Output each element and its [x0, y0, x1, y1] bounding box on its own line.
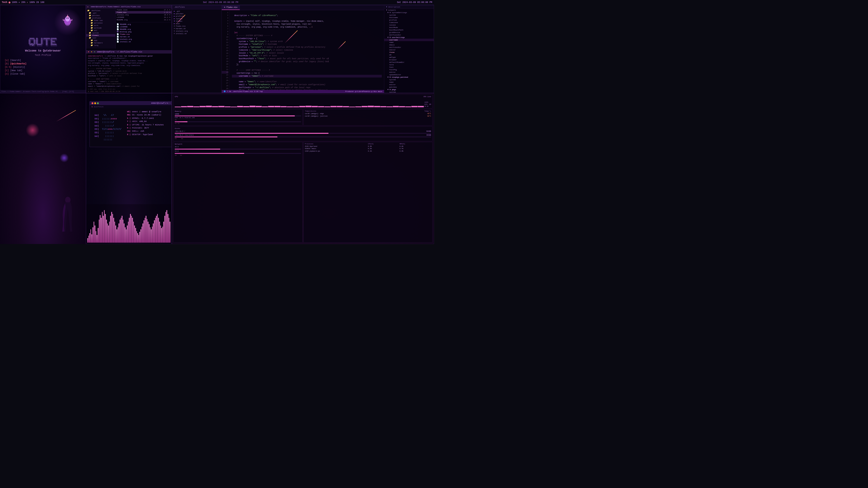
outline-bootmountpath[interactable]: bootMountPath	[384, 29, 434, 31]
file-row-flakelock[interactable]: flake.lock 27.5 K	[116, 8, 172, 11]
viz-bar-13	[101, 218, 102, 243]
outline-font[interactable]: font	[384, 66, 434, 68]
outline-defaultroamdir[interactable]: defaultRoamDir	[384, 61, 434, 64]
tree-profiles-editor[interactable]: ▶ profiles	[172, 15, 221, 18]
outline-editor[interactable]: editor	[384, 48, 434, 51]
net-bar-1	[175, 149, 301, 150]
file-hardensh[interactable]: 📄 harden.sh	[116, 35, 172, 38]
outline-np-patches[interactable]: patches	[384, 86, 434, 88]
tree-git[interactable]: ▶ .git	[172, 10, 221, 12]
tree-item-profiles[interactable]: 📁 profiles	[86, 17, 115, 19]
tree-system-editor[interactable]: ▶ system	[172, 18, 221, 20]
outline-username[interactable]: username	[384, 39, 434, 41]
viz-bar-61	[151, 229, 152, 243]
audio-visualizer-container	[86, 204, 172, 244]
file-row-license[interactable]: LICENSE 34.2 K	[116, 16, 172, 19]
min-button[interactable]	[94, 102, 96, 104]
outline-fontpkg[interactable]: fontPkg	[384, 68, 434, 71]
max-button[interactable]	[97, 102, 99, 104]
editor-content[interactable]: 12345 678910 1112131415 1617181920 21222…	[222, 10, 384, 90]
outline-np-system[interactable]: system	[384, 78, 434, 81]
file-desktoppng[interactable]: 🖼 desktop.png	[116, 31, 172, 33]
tree-patches-editor[interactable]: ▶ patches	[172, 12, 221, 15]
outline-nixpkgspatched[interactable]: ▼ ⊞ nixpkgs-patched	[384, 76, 434, 78]
tree-item-work[interactable]: 📁 work	[86, 24, 115, 27]
outline-wm[interactable]: wm	[384, 54, 434, 56]
tree-item-personal[interactable]: 📁 personal	[86, 22, 115, 24]
code-area[interactable]: description = "Flake of LibrePhoenix"; o…	[230, 10, 384, 90]
cpu-section: CPU CPU line 100% AVG: 13 0% 8	[173, 94, 433, 108]
tree-item-wsl[interactable]: 📁 wsl	[86, 29, 115, 32]
file-row-flakenix[interactable]: flake.nix 2.26 K	[116, 11, 172, 13]
outline-locale[interactable]: locale	[384, 24, 434, 26]
tree-item-worklab[interactable]: 📁 worklab	[86, 27, 115, 29]
close-button[interactable]	[92, 102, 93, 104]
tree-item-git[interactable]: 📁 .git	[86, 12, 115, 14]
outline-term[interactable]: term	[384, 64, 434, 66]
outline-outputs[interactable]: ▼ outputs	[384, 9, 434, 11]
viz-bar-49	[138, 235, 139, 242]
viz-bar-43	[132, 218, 133, 243]
outline-pkgs-system[interactable]: system	[384, 91, 434, 93]
browser-link-search[interactable]: [o] [Search]	[5, 59, 81, 62]
temp-item-2: card0 (amdgpu): junction 58°C	[305, 115, 431, 118]
cpu-bar-27	[343, 106, 349, 107]
tree-item-user[interactable]: 📁 user	[86, 37, 115, 39]
outline-dotfilesdir[interactable]: dotfilesDir	[384, 34, 434, 36]
outline-spawneditor[interactable]: spawnEditor	[384, 73, 434, 76]
file-installorg[interactable]: 📄 install.org	[116, 38, 172, 40]
outline-np-name[interactable]: name	[384, 81, 434, 84]
terminal-body[interactable]: emmet@snowfire ~/.dotfiles $ nix run nix…	[86, 54, 172, 93]
file-installsh[interactable]: 📄 install.sh	[116, 40, 172, 43]
outline-hostname[interactable]: hostname	[384, 16, 434, 19]
tree-installsh-editor[interactable]: ≡ install.sh	[172, 32, 221, 35]
tree-item-lang[interactable]: 📁 lang	[86, 44, 115, 46]
cpu-bar-30	[362, 106, 368, 107]
topbar-workspace[interactable]: Tech	[2, 1, 7, 4]
sysmon-content: CPU CPU line 100% AVG: 13 0% 8 Memory 10…	[172, 93, 434, 244]
tree-installorg-editor[interactable]: ≡ install.org	[172, 30, 221, 32]
outline-browser[interactable]: browser	[384, 59, 434, 61]
net-proc-row: Network 36.0 54.8 0%0% P	[173, 142, 433, 243]
browser-link-closetab[interactable]: [x] [Close tab]	[5, 72, 81, 76]
tree-item-homelab[interactable]: 📁 home lab	[86, 19, 115, 22]
file-row-installorg[interactable]: install.org 10.6 K	[116, 13, 172, 16]
tree-item-dotfiles[interactable]: 📁 .dotfiles	[86, 9, 115, 12]
tree-item-system[interactable]: 📁 system	[86, 32, 115, 34]
outline-np-editor[interactable]: editor	[384, 84, 434, 86]
outline-dotfilesdir2[interactable]: dotfilesDir	[384, 46, 434, 48]
tree-item-patches[interactable]: 📁 patches	[86, 14, 115, 17]
outline-pkgs[interactable]: ▼ ⊞ pkgs	[384, 88, 434, 91]
outline-timezone[interactable]: timezone	[384, 21, 434, 24]
file-license[interactable]: 📄 LICENSE	[116, 26, 172, 28]
outline-system[interactable]: system	[384, 14, 434, 16]
browser-link-history[interactable]: [S h] [History]	[5, 66, 81, 69]
outline-email[interactable]: email	[384, 43, 434, 46]
editor-tab-flakenix[interactable]: ≡ flake.nix	[222, 5, 240, 10]
tree-item-themes[interactable]: 📁 themes	[86, 34, 115, 37]
outline-systemsettings[interactable]: ▼ ⊞ systemSettings	[384, 11, 434, 14]
outline-name[interactable]: name	[384, 41, 434, 43]
tree-item-app[interactable]: 📁 app	[86, 39, 115, 41]
tree-item-hardware[interactable]: 📁 hardware	[86, 41, 115, 44]
filemanager-tree[interactable]: 📁 .dotfiles 📁 .git 📁 patches 📁 profiles …	[86, 8, 116, 48]
net-bar-2	[175, 153, 301, 154]
file-readme[interactable]: 📄 README.org	[116, 23, 172, 26]
file-row-readmeorg[interactable]: README.org 34.2 K	[116, 19, 172, 21]
browser-link-quickmarks[interactable]: [b] [Quickmarks]	[5, 62, 81, 66]
tree-flakenix-editor[interactable]: ≡ flake.nix	[172, 25, 221, 27]
viz-bar-8	[96, 231, 96, 242]
file-readme2[interactable]: 📄 README.org	[116, 28, 172, 31]
cpu-graph: 100% AVG: 13 0% 8	[175, 98, 431, 107]
tree-hardensh-editor[interactable]: ≡ harden.sh	[172, 27, 221, 30]
outline-profile[interactable]: profile	[384, 19, 434, 21]
outline-theme[interactable]: theme	[384, 51, 434, 54]
browser-link-newtab[interactable]: [t] [New tab]	[5, 69, 81, 72]
outline-grubdevice[interactable]: grubDevice	[384, 31, 434, 34]
outline-editor2[interactable]: editor	[384, 71, 434, 73]
outline-usersettings[interactable]: ▼ ⊞ userSettings	[384, 36, 434, 39]
outline-bootmode[interactable]: bootMode	[384, 26, 434, 29]
outline-wmtype[interactable]: wmType	[384, 56, 434, 59]
file-flakenix[interactable]: 📄 flake.nix	[116, 33, 172, 35]
tree-user-editor[interactable]: ▶ user	[172, 22, 221, 25]
